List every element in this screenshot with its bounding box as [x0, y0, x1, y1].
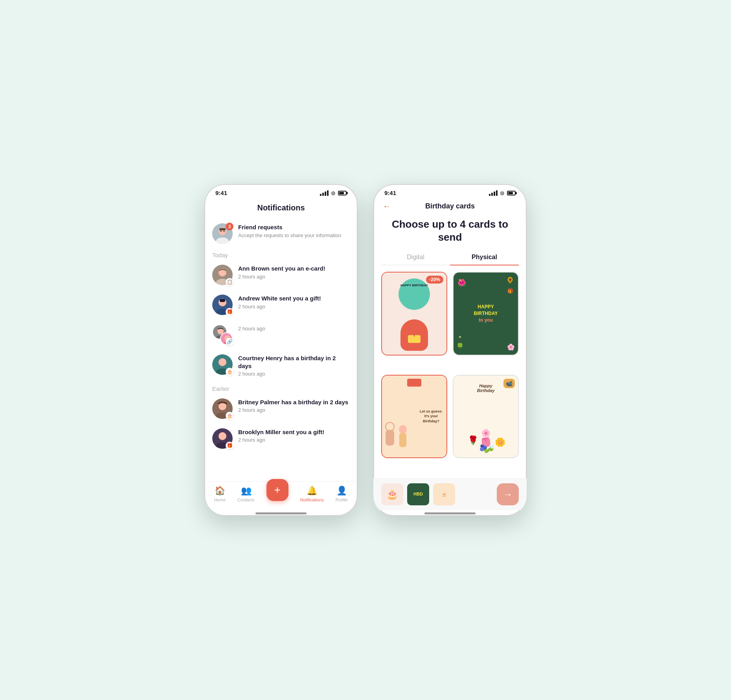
nav-contacts-label: Contacts — [237, 497, 254, 502]
signal-bars-icon — [320, 190, 329, 196]
friend-requests-item[interactable]: 3 Friend requests Accept the requests to… — [212, 219, 350, 249]
tab-physical[interactable]: Physical — [450, 250, 519, 265]
link-icon: 🔗 — [226, 338, 233, 346]
notification-icon: 🔔 — [307, 486, 317, 496]
ann-brown-time: 2 hours ago — [238, 274, 350, 280]
section-today: Today — [212, 249, 350, 260]
courtney-henry-item[interactable]: 🎂 Courtney Henry has a birthday in 2 day… — [212, 350, 350, 382]
section-earlier: Earlier — [212, 382, 350, 394]
birthday-cards-main-title: Choose up to 4 cards to send — [373, 214, 527, 250]
bottom-nav: 🏠 Home 👥 Contacts + 🔔 Notifications 👤 Pr… — [204, 481, 358, 510]
home-icon: 🏠 — [215, 486, 225, 496]
andrew-white-item[interactable]: 🎁 Andrew White sent you a gift! 2 hours … — [212, 290, 350, 320]
notifications-screen: Notifications — [204, 196, 358, 516]
birthday-icon-courtney: 🎂 — [226, 368, 233, 376]
battery-icon — [338, 191, 347, 195]
brooklyn-miller-text: Brooklyn Miller sent you a gift! 2 hours… — [238, 428, 350, 444]
card-item-4[interactable]: 📹 HappyBirthday 🌷 🌹 🌼 🌸 🫐 🍃 — [453, 375, 519, 459]
britney-palmer-title: Britney Palmer has a birthday in 2 days — [238, 398, 350, 406]
card-item-2[interactable]: 🌺 🌻 🍀 🌸 HAPPYBIRTHDAYto you 🎁 ★ — [453, 272, 519, 356]
preview-thumb-2[interactable]: HBD — [407, 483, 429, 505]
card-art-2: 🌺 🌻 🍀 🌸 HAPPYBIRTHDAYto you 🎁 ★ — [454, 273, 518, 355]
card-item-3[interactable]: Let us guess-It's yourBirthday? — [381, 375, 447, 459]
cards-header: ← Birthday cards — [373, 196, 527, 214]
cards-tabs: Digital Physical — [381, 250, 519, 265]
next-button[interactable]: → — [497, 483, 519, 505]
wifi-icon: ⊜ — [331, 190, 336, 196]
brooklyn-miller-title: Brooklyn Miller sent you a gift! — [238, 428, 350, 436]
birthday-cards-screen: ← Birthday cards Choose up to 4 cards to… — [373, 196, 527, 516]
ann-brown-avatar-wrap: 📋 — [212, 265, 233, 285]
brooklyn-miller-item[interactable]: 🎁 Brooklyn Miller sent you a gift! 2 hou… — [212, 424, 350, 453]
notifications-title: Notifications — [204, 200, 358, 219]
nav-notifications-label: Notifications — [300, 497, 324, 502]
svg-rect-9 — [220, 299, 225, 302]
birthday-icon-britney: 🎂 — [226, 412, 233, 420]
contacts-icon: 👥 — [241, 486, 252, 496]
plus-icon: + — [274, 484, 281, 496]
nav-profile-label: Profile — [336, 497, 348, 502]
video-badge: 📹 — [503, 379, 515, 388]
nav-home[interactable]: 🏠 Home — [214, 486, 226, 502]
tab-active-underline — [450, 265, 519, 265]
notifications-list: 3 Friend requests Accept the requests to… — [204, 219, 358, 481]
friend-requests-text: Friend requests Accept the requests to s… — [238, 223, 350, 239]
brooklyn-miller-avatar-wrap: 🎁 — [212, 428, 233, 449]
birthday-cards-header-title: Birthday cards — [392, 202, 508, 210]
merged-item[interactable]: 🔗 2 hours ago — [212, 320, 350, 350]
svg-point-4 — [224, 231, 225, 232]
preview-thumb-1[interactable]: 🎂 — [381, 483, 403, 505]
courtney-henry-avatar-wrap: 🎂 — [212, 354, 233, 375]
home-indicator-right — [424, 512, 476, 514]
britney-palmer-item[interactable]: 🎂 Britney Palmer has a birthday in 2 day… — [212, 394, 350, 424]
status-icons-left: ⊜ — [320, 190, 347, 196]
battery-right-icon — [507, 191, 516, 195]
andrew-white-time: 2 hours ago — [238, 304, 350, 310]
arrow-right-icon: → — [503, 489, 512, 500]
nav-notifications[interactable]: 🔔 Notifications — [300, 486, 324, 502]
ecard-icon: 📋 — [226, 278, 233, 286]
ann-brown-item[interactable]: 📋 Ann Brown sent you an e-card! 2 hours … — [212, 260, 350, 290]
discount-badge: -20% — [426, 276, 443, 284]
andrew-white-text: Andrew White sent you a gift! 2 hours ag… — [238, 295, 350, 310]
friend-requests-subtitle: Accept the requests to share your inform… — [238, 232, 350, 239]
profile-icon: 👤 — [336, 486, 347, 496]
home-indicator-left — [255, 512, 307, 514]
back-button[interactable]: ← — [381, 200, 392, 212]
ann-brown-text: Ann Brown sent you an e-card! 2 hours ag… — [238, 265, 350, 280]
ann-brown-title: Ann Brown sent you an e-card! — [238, 265, 350, 273]
merged-time: 2 hours ago — [238, 326, 350, 332]
cards-grid: -20% HAPPY BIRTHDAY 🌺 🌻 🍀 🌸 — [373, 265, 527, 478]
status-bar-left: 9:41 ⊜ — [204, 184, 358, 196]
britney-palmer-avatar-wrap: 🎂 — [212, 398, 233, 419]
svg-rect-2 — [219, 228, 226, 230]
card-item-1[interactable]: -20% HAPPY BIRTHDAY — [381, 272, 447, 356]
friend-requests-avatar-wrap: 3 — [212, 223, 233, 244]
nav-profile[interactable]: 👤 Profile — [336, 486, 348, 502]
preview-thumb-3[interactable]: 🎂 — [433, 483, 455, 505]
andrew-white-avatar-wrap: 🎁 — [212, 295, 233, 315]
status-time-right: 9:41 — [384, 190, 396, 196]
courtney-henry-title: Courtney Henry has a birthday in 2 days — [238, 354, 350, 370]
card-art-1: HAPPY BIRTHDAY — [382, 273, 446, 355]
gift-icon-andrew: 🎁 — [226, 308, 233, 316]
friend-requests-title: Friend requests — [238, 223, 350, 231]
wifi-right-icon: ⊜ — [500, 190, 505, 196]
signal-bars-right-icon — [489, 190, 498, 196]
brooklyn-miller-time: 2 hours ago — [238, 437, 350, 444]
merged-avatar-wrap: 🔗 — [212, 324, 233, 345]
svg-point-3 — [220, 231, 222, 232]
cards-preview-bar: 🎂 HBD 🎂 → — [373, 478, 527, 510]
courtney-henry-text: Courtney Henry has a birthday in 2 days … — [238, 354, 350, 378]
left-phone: 9:41 ⊜ Notifications — [204, 184, 358, 516]
merged-text: 2 hours ago — [238, 324, 350, 332]
britney-palmer-time: 2 hours ago — [238, 407, 350, 414]
status-icons-right: ⊜ — [489, 190, 516, 196]
add-fab-button[interactable]: + — [266, 479, 288, 501]
right-phone: 9:41 ⊜ ← Birthday cards Choose up to 4 c… — [373, 184, 527, 516]
svg-point-19 — [219, 432, 226, 440]
tab-digital[interactable]: Digital — [381, 250, 450, 265]
britney-palmer-text: Britney Palmer has a birthday in 2 days … — [238, 398, 350, 414]
card-art-3: Let us guess-It's yourBirthday? — [382, 376, 446, 458]
nav-contacts[interactable]: 👥 Contacts — [237, 486, 254, 502]
